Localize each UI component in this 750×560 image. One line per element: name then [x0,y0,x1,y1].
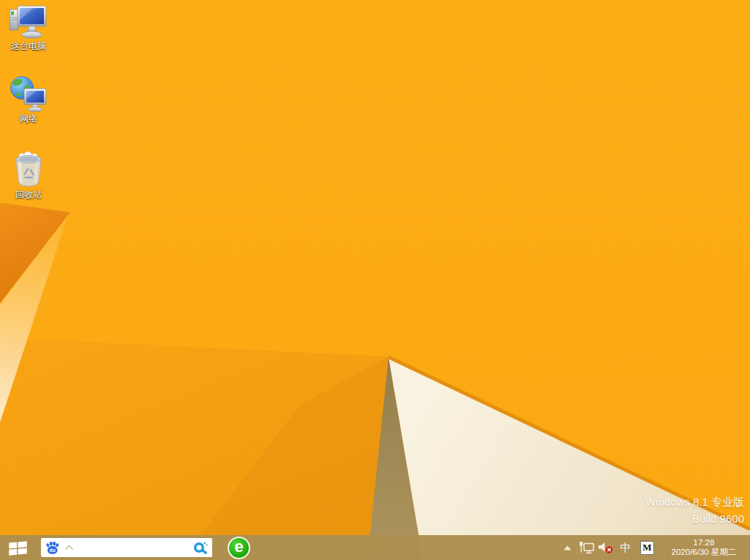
this-pc-icon [9,3,48,40]
clock-date: 2020/6/30 星期二 [663,548,745,557]
desktop-icon-recycle-bin[interactable]: 回收站 [1,152,56,200]
browser-logo-glyph: e [234,539,243,555]
search-input[interactable] [77,540,192,556]
taskbar-search-box[interactable]: du [41,538,212,557]
icon-label: 网络 [20,114,37,124]
desktop-icon-this-pc[interactable]: 这台电脑 [1,3,56,51]
desktop[interactable]: 这台电脑 网络 [0,0,750,560]
desktop-icon-network[interactable]: 网络 [1,75,56,124]
baidu-icon: du [45,540,60,556]
watermark-edition: Windows 8.1 专业版 [645,493,744,510]
taskbar-clock[interactable]: 17:28 2020/6/30 星期二 [663,538,745,557]
360-browser-icon[interactable]: e [228,537,250,559]
recycle-bin-icon [12,152,45,188]
icon-label: 这台电脑 [11,42,46,51]
windows-build-watermark: Windows 8.1 专业版 Build 9600 [645,493,744,527]
wallpaper-image [0,0,750,560]
network-icon [10,75,48,112]
search-icon[interactable] [192,540,209,556]
ime-mode-indicator[interactable]: M [640,541,654,555]
watermark-build: Build 9600 [645,510,744,527]
system-tray: 中 M 17:28 2020/6/30 星期二 [562,535,750,560]
network-status-icon[interactable] [579,541,595,554]
taskbar: du e [0,535,750,560]
start-button[interactable] [0,535,35,560]
volume-muted-icon[interactable] [598,542,615,554]
svg-text:du: du [50,547,56,552]
show-hidden-icons-button[interactable] [562,545,572,550]
chevron-up-icon[interactable] [64,545,74,550]
windows-logo-icon [8,540,28,556]
icon-label: 回收站 [15,190,42,200]
ime-language-indicator[interactable]: 中 [620,541,631,555]
clock-time: 17:28 [663,538,745,548]
